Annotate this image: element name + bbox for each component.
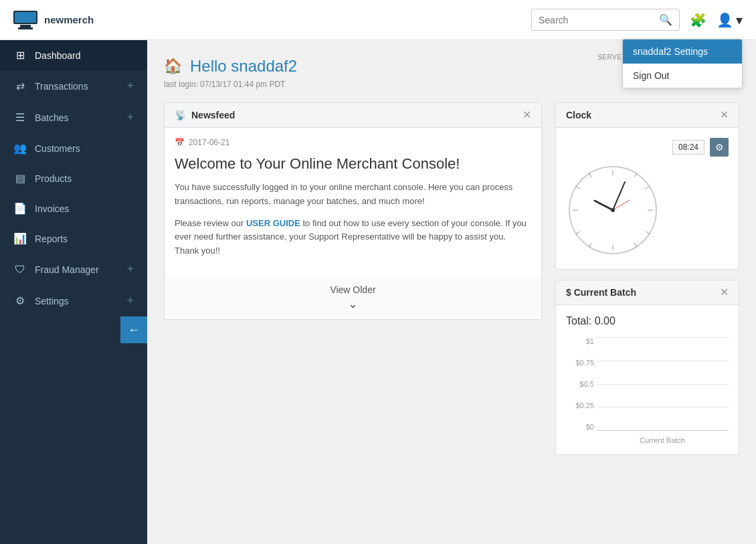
top-header: newmerch SERVER RESPONSE N/A 🔍 🧩 👤 ▾ sna… bbox=[0, 0, 756, 40]
svg-rect-2 bbox=[20, 25, 31, 27]
transactions-expand-icon[interactable]: + bbox=[126, 79, 134, 93]
header-right: 🔍 🧩 👤 ▾ snaddaf2 Settings Sign Out bbox=[531, 9, 743, 31]
sidebar-label-customers: Customers bbox=[35, 143, 134, 154]
svg-rect-1 bbox=[15, 12, 36, 23]
settings-dropdown-item[interactable]: snaddaf2 Settings bbox=[623, 39, 742, 64]
customers-icon: 👥 bbox=[13, 142, 27, 155]
sidebar-label-invoices: Invoices bbox=[35, 203, 134, 214]
chart-y-axis: $1 $0.75 $0.5 $0.25 $0 bbox=[566, 337, 594, 431]
sidebar-item-fraud-manager[interactable]: 🛡 Fraud Manager + bbox=[0, 254, 147, 285]
user-guide-link[interactable]: USER GUIDE bbox=[246, 218, 300, 228]
y-label-05: $0.5 bbox=[566, 380, 594, 388]
settings-icon: ⚙ bbox=[13, 294, 27, 307]
main-content: 🏠 Hello snaddaf2 last login: 07/13/17 01… bbox=[147, 40, 756, 544]
sidebar-item-products[interactable]: ▤ Products bbox=[0, 163, 147, 193]
sidebar-item-transactions[interactable]: ⇄ Transactions + bbox=[0, 70, 147, 102]
news-body-2-prefix: Please review our bbox=[175, 218, 246, 228]
settings-expand-icon[interactable]: + bbox=[126, 294, 134, 308]
signout-dropdown-item[interactable]: Sign Out bbox=[623, 64, 742, 88]
search-button[interactable]: 🔍 bbox=[652, 9, 679, 30]
newsfeed-title: 📡 Newsfeed bbox=[175, 110, 235, 120]
h-line-1 bbox=[596, 337, 729, 338]
current-batch-header: $ Current Batch ✕ bbox=[556, 280, 739, 305]
chevron-down-icon: ⌄ bbox=[173, 296, 533, 311]
batch-total: Total: 0.00 bbox=[566, 315, 729, 327]
sidebar: ⊞ Dashboard ⇄ Transactions + ☰ Batches +… bbox=[0, 40, 147, 544]
sidebar-item-dashboard[interactable]: ⊞ Dashboard bbox=[0, 40, 147, 70]
h-line-4 bbox=[596, 407, 729, 407]
news-article-title: Welcome to Your Online Merchant Console! bbox=[175, 155, 531, 173]
invoices-icon: 📄 bbox=[13, 202, 27, 215]
products-icon: ▤ bbox=[13, 172, 27, 185]
sidebar-bottom: ← bbox=[0, 316, 147, 343]
current-batch-body: Total: 0.00 $1 $0.75 $0.5 $0.25 $0 bbox=[556, 305, 739, 454]
batches-expand-icon[interactable]: + bbox=[126, 110, 134, 124]
sidebar-item-invoices[interactable]: 📄 Invoices bbox=[0, 193, 147, 223]
sidebar-collapse-button[interactable]: ← bbox=[120, 316, 147, 343]
sidebar-label-products: Products bbox=[35, 173, 134, 184]
page-title: Hello snaddaf2 bbox=[190, 57, 297, 76]
y-label-075: $0.75 bbox=[566, 359, 594, 367]
right-widgets: Clock ✕ 08:24 ⚙ bbox=[555, 102, 739, 455]
reports-icon: 📊 bbox=[13, 232, 27, 245]
clock-settings-button[interactable]: ⚙ bbox=[710, 138, 729, 157]
news-date: 📅 2017-06-21 bbox=[175, 138, 531, 147]
y-label-0: $0 bbox=[566, 423, 594, 431]
clock-body: 08:24 ⚙ bbox=[556, 128, 739, 269]
newsfeed-card: 📡 Newsfeed ✕ 📅 2017-06-21 Welcome to You… bbox=[164, 102, 542, 320]
sidebar-item-batches[interactable]: ☰ Batches + bbox=[0, 102, 147, 133]
clock-time-display: 08:24 bbox=[672, 140, 704, 155]
dashboard-icon: ⊞ bbox=[13, 49, 27, 62]
batches-icon: ☰ bbox=[13, 111, 27, 124]
newsfeed-body: 📅 2017-06-21 Welcome to Your Online Merc… bbox=[165, 128, 541, 276]
user-menu-button[interactable]: 👤 ▾ bbox=[717, 12, 743, 28]
current-batch-title: $ Current Batch bbox=[566, 287, 636, 298]
sidebar-label-fraud-manager: Fraud Manager bbox=[35, 264, 126, 275]
sidebar-item-reports[interactable]: 📊 Reports bbox=[0, 223, 147, 254]
chart-plot-area bbox=[596, 337, 729, 431]
user-circle-icon: 👤 bbox=[717, 12, 733, 28]
user-dropdown-arrow: ▾ bbox=[736, 12, 743, 28]
clock-close-button[interactable]: ✕ bbox=[720, 110, 729, 120]
newsfeed-card-header: 📡 Newsfeed ✕ bbox=[165, 103, 541, 128]
sidebar-label-settings: Settings bbox=[35, 296, 126, 306]
search-box: 🔍 bbox=[531, 9, 680, 31]
user-dropdown-menu: snaddaf2 Settings Sign Out bbox=[622, 39, 743, 88]
news-body-2: Please review our USER GUIDE to find out… bbox=[175, 217, 531, 258]
rss-icon: 📡 bbox=[175, 110, 186, 120]
h-line-2 bbox=[596, 361, 729, 361]
home-icon: 🏠 bbox=[164, 58, 182, 75]
widgets-row: 📡 Newsfeed ✕ 📅 2017-06-21 Welcome to You… bbox=[164, 102, 739, 455]
current-batch-widget: $ Current Batch ✕ Total: 0.00 $1 $0.75 $… bbox=[555, 280, 739, 455]
search-input[interactable] bbox=[532, 11, 652, 29]
clock-controls: 08:24 ⚙ bbox=[566, 138, 729, 157]
extensions-button[interactable]: 🧩 bbox=[690, 12, 706, 28]
brand-name: newmerch bbox=[44, 14, 94, 25]
sidebar-item-customers[interactable]: 👥 Customers bbox=[0, 133, 147, 163]
svg-point-20 bbox=[611, 208, 615, 212]
svg-rect-3 bbox=[18, 27, 33, 29]
sidebar-label-reports: Reports bbox=[35, 234, 134, 244]
sidebar-item-settings[interactable]: ⚙ Settings + bbox=[0, 285, 147, 316]
sidebar-label-dashboard: Dashboard bbox=[35, 50, 134, 61]
brand-area: newmerch bbox=[13, 11, 161, 29]
sidebar-label-batches: Batches bbox=[35, 112, 126, 123]
sidebar-label-transactions: Transactions bbox=[35, 81, 126, 92]
newsfeed-close-button[interactable]: ✕ bbox=[523, 110, 531, 120]
fraud-expand-icon[interactable]: + bbox=[126, 262, 134, 276]
clock-widget: Clock ✕ 08:24 ⚙ bbox=[555, 102, 739, 270]
view-older-button[interactable]: View Older ⌄ bbox=[165, 276, 541, 319]
clock-card-header: Clock ✕ bbox=[556, 103, 739, 128]
transactions-icon: ⇄ bbox=[13, 80, 27, 92]
current-batch-close-button[interactable]: ✕ bbox=[720, 287, 729, 298]
clock-title: Clock bbox=[566, 110, 591, 120]
y-label-025: $0.25 bbox=[566, 401, 594, 410]
news-body-1: You have successfully logged in to your … bbox=[175, 181, 531, 209]
fraud-manager-icon: 🛡 bbox=[13, 264, 27, 276]
batch-chart: $1 $0.75 $0.5 $0.25 $0 bbox=[566, 337, 729, 444]
h-line-3 bbox=[596, 384, 729, 385]
chart-x-label: Current Batch bbox=[596, 436, 729, 444]
layout: ⊞ Dashboard ⇄ Transactions + ☰ Batches +… bbox=[0, 40, 756, 544]
clock-face bbox=[566, 163, 660, 257]
calendar-icon: 📅 bbox=[175, 138, 185, 147]
